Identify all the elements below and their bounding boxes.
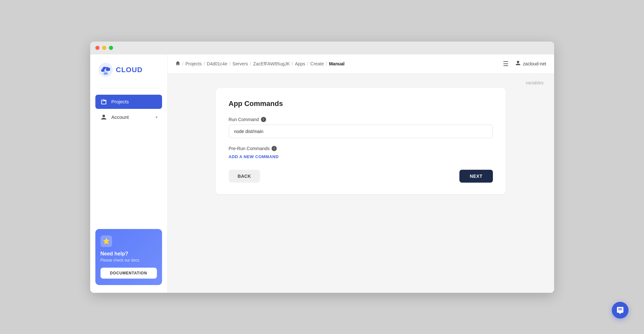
logo-icon: [98, 62, 113, 78]
breadcrumb-project-id[interactable]: D4d01c4e: [207, 61, 227, 66]
run-command-group: Run Command i: [229, 117, 493, 138]
breadcrumb-sep-1: /: [204, 61, 205, 66]
help-card-title: Need help?: [101, 251, 157, 257]
pre-run-commands-label: Pre-Run Commands i: [229, 146, 493, 151]
form-card: App Commands Run Command i Pre-Run Comma…: [216, 88, 506, 194]
breadcrumb-apps[interactable]: Apps: [295, 61, 305, 66]
star-icon: ⭐: [101, 235, 112, 247]
help-card: ⭐ Need help? Please check our docs DOCUM…: [95, 229, 162, 285]
projects-icon: [100, 98, 108, 106]
sidebar-divider: [98, 88, 159, 88]
next-button[interactable]: NEXT: [459, 170, 493, 183]
account-icon: [100, 113, 108, 121]
breadcrumb-sep-6: /: [326, 61, 327, 66]
pre-run-commands-group: Pre-Run Commands i ADD A NEW COMMAND: [229, 146, 493, 159]
breadcrumb-sep-2: /: [229, 61, 231, 66]
account-label: Account: [111, 114, 129, 120]
run-command-label-text: Run Command: [229, 117, 259, 122]
page-body: variables App Commands Run Command i: [168, 74, 554, 293]
breadcrumb-sep-3: /: [250, 61, 251, 66]
breadcrumb-server-id[interactable]: ZacEfFAW85ugJK: [253, 61, 290, 66]
logo-area: CLOUD: [95, 62, 162, 78]
sidebar-item-account[interactable]: Account ▾: [95, 110, 162, 124]
browser-titlebar: [90, 42, 554, 54]
close-button[interactable]: [95, 46, 100, 50]
projects-label: Projects: [111, 99, 129, 104]
breadcrumb-create[interactable]: Create: [310, 61, 324, 66]
user-badge[interactable]: zacloud-net: [515, 60, 546, 68]
logo-text: CLOUD: [116, 66, 143, 74]
minimize-button[interactable]: [102, 46, 106, 50]
back-button[interactable]: BACK: [229, 170, 260, 183]
pre-run-info-icon[interactable]: i: [272, 146, 277, 151]
breadcrumb-servers[interactable]: Servers: [233, 61, 248, 66]
hamburger-icon[interactable]: ☰: [503, 60, 509, 68]
sidebar-nav: Projects Account ▾: [95, 95, 162, 224]
form-title: App Commands: [229, 100, 493, 108]
tabs-hint: variables: [175, 80, 546, 85]
home-icon[interactable]: [175, 61, 180, 67]
breadcrumb-sep-4: /: [292, 61, 293, 66]
form-actions: BACK NEXT: [229, 170, 493, 183]
chevron-down-icon: ▾: [156, 115, 158, 119]
breadcrumb-current: Manual: [329, 61, 344, 66]
top-navbar: / Projects / D4d01c4e / Servers / ZacEfF…: [168, 54, 554, 74]
maximize-button[interactable]: [109, 46, 113, 50]
sidebar: CLOUD Projects: [90, 54, 168, 293]
help-card-subtitle: Please check our docs: [101, 258, 157, 262]
breadcrumb-projects[interactable]: Projects: [185, 61, 202, 66]
pre-run-label-text: Pre-Run Commands: [229, 146, 270, 151]
breadcrumb: / Projects / D4d01c4e / Servers / ZacEfF…: [175, 61, 345, 67]
breadcrumb-sep-5: /: [307, 61, 308, 66]
chat-bubble[interactable]: [612, 302, 629, 319]
add-command-link[interactable]: ADD A NEW COMMAND: [229, 154, 279, 159]
user-icon: [515, 60, 521, 68]
main-content: / Projects / D4d01c4e / Servers / ZacEfF…: [168, 54, 554, 293]
navbar-right: ☰ zacloud-net: [503, 60, 546, 68]
run-command-input[interactable]: [229, 125, 493, 138]
documentation-button[interactable]: DOCUMENTATION: [101, 268, 157, 279]
run-command-label: Run Command i: [229, 117, 493, 122]
sidebar-item-projects[interactable]: Projects: [95, 95, 162, 109]
breadcrumb-sep-0: /: [182, 61, 184, 66]
username-label: zacloud-net: [523, 61, 546, 66]
run-command-info-icon[interactable]: i: [261, 117, 266, 122]
